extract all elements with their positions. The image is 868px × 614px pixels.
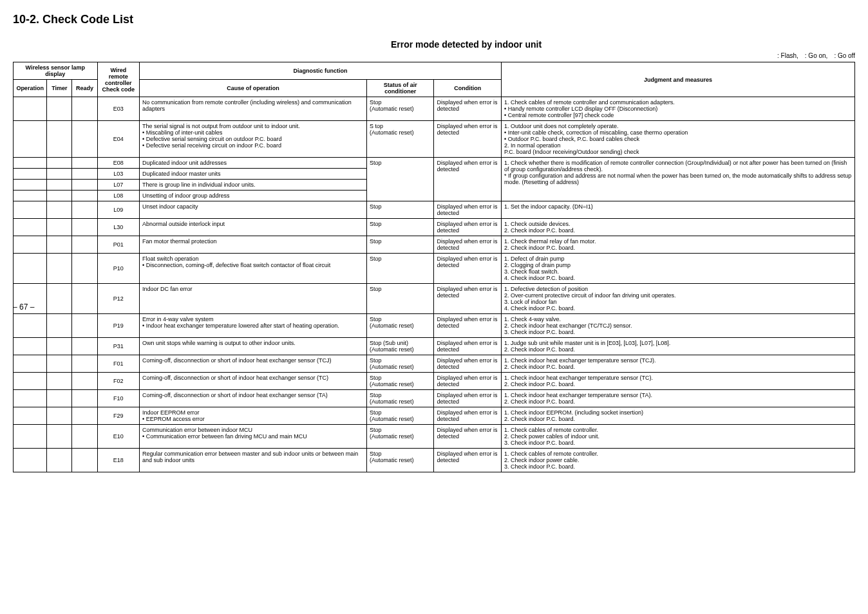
sensor-cell (14, 254, 47, 284)
sensor-cell (72, 425, 97, 449)
header-diagnostic: Diagnostic function (140, 62, 502, 80)
check-code-cell: F01 (97, 355, 139, 373)
cause-cell: Coming-off, disconnection or short of in… (140, 373, 367, 390)
cause-cell: Duplicated indoor unit addresses (140, 158, 367, 169)
condition-cell: Displayed when error is detected (434, 373, 502, 390)
sensor-cell (47, 219, 72, 236)
condition-cell: Displayed when error is detected (434, 390, 502, 407)
cause-cell: Indoor DC fan error (140, 284, 367, 314)
table-row: L30Abnormal outside interlock inputStopD… (14, 219, 855, 236)
section-number: 10-2. (13, 13, 39, 26)
header-wired-remote: Wired remote controller Check code (97, 62, 139, 97)
sensor-cell (47, 158, 72, 169)
condition-cell: Displayed when error is detected (434, 236, 502, 254)
cause-cell: Float switch operation • Disconnection, … (140, 254, 367, 284)
check-code-cell: L03 (97, 169, 139, 180)
sensor-cell (47, 201, 72, 219)
sensor-cell (47, 390, 72, 407)
status-cell: Stop (Automatic reset) (366, 407, 434, 425)
table-row: F01Coming-off, disconnection or short of… (14, 355, 855, 373)
condition-cell: Displayed when error is detected (434, 97, 502, 121)
judgment-cell: 1. Check indoor heat exchanger temperatu… (502, 355, 855, 373)
judgment-cell: 1. Check cables of remote controller. 2.… (502, 449, 855, 472)
sensor-cell (72, 254, 97, 284)
table-row: F29Indoor EEPROM error • EEPROM access e… (14, 407, 855, 425)
header-wired-remote-line1: Wired remote controller (105, 67, 132, 86)
check-code-cell: F02 (97, 373, 139, 390)
check-code-cell: L07 (97, 180, 139, 191)
check-code-cell: P01 (97, 236, 139, 254)
check-code-cell: F10 (97, 390, 139, 407)
cause-cell: Coming-off, disconnection or short of in… (140, 355, 367, 373)
cause-cell: Duplicated indoor master units (140, 169, 367, 180)
judgment-cell: 1. Defective detection of position 2. Ov… (502, 284, 855, 314)
sensor-cell (72, 158, 97, 169)
judgment-cell: 1. Outdoor unit does not completely oper… (502, 121, 855, 158)
sensor-cell (14, 390, 47, 407)
section-heading: 10-2. Check Code List (13, 13, 855, 26)
sensor-cell (14, 121, 47, 158)
check-code-cell: E04 (97, 121, 139, 158)
judgment-cell: 1. Check indoor heat exchanger temperatu… (502, 390, 855, 407)
condition-cell: Displayed when error is detected (434, 121, 502, 158)
judgment-cell: 1. Check thermal relay of fan motor. 2. … (502, 236, 855, 254)
header-check-code: Check code (102, 86, 135, 93)
table-row: F02Coming-off, disconnection or short of… (14, 373, 855, 390)
judgment-cell: 1. Check 4-way valve. 2. Check indoor he… (502, 314, 855, 338)
check-code-cell: L30 (97, 219, 139, 236)
sensor-cell (14, 355, 47, 373)
sensor-cell (14, 180, 47, 191)
judgment-cell: 1. Check indoor heat exchanger temperatu… (502, 373, 855, 390)
status-cell: Stop (Sub unit) (Automatic reset) (366, 338, 434, 355)
sensor-cell (47, 407, 72, 425)
sensor-cell (14, 425, 47, 449)
sensor-cell (72, 201, 97, 219)
status-cell: Stop (Automatic reset) (366, 390, 434, 407)
condition-cell: Displayed when error is detected (434, 355, 502, 373)
sensor-cell (47, 254, 72, 284)
sensor-cell (14, 219, 47, 236)
cause-cell: Unsetting of indoor group address (140, 191, 367, 201)
header-judgment: Judgment and measures (502, 62, 855, 97)
judgment-cell: 1. Check cables of remote controller and… (502, 97, 855, 121)
table-row: P31Own unit stops while warning is outpu… (14, 338, 855, 355)
header-status: Status of air conditioner (366, 80, 434, 97)
sensor-cell (72, 284, 97, 314)
cause-cell: Coming-off, disconnection or short of in… (140, 390, 367, 407)
header-cause: Cause of operation (140, 80, 367, 97)
cause-cell: Regular communication error between mast… (140, 449, 367, 472)
sensor-cell (72, 236, 97, 254)
status-cell: Stop (366, 201, 434, 219)
sensor-cell (72, 449, 97, 472)
table-row: E03No communication from remote controll… (14, 97, 855, 121)
sensor-cell (72, 390, 97, 407)
judgment-cell: 1. Check outside devices. 2. Check indoo… (502, 219, 855, 236)
sensor-cell (47, 169, 72, 180)
sensor-cell (47, 425, 72, 449)
section-title-text: Check Code List (42, 13, 133, 26)
check-code-table: Wireless sensor lamp display Wired remot… (13, 62, 855, 472)
header-ready: Ready (72, 80, 97, 97)
check-code-cell: L09 (97, 201, 139, 219)
table-row: P19Error in 4-way valve system • Indoor … (14, 314, 855, 338)
sensor-cell (47, 355, 72, 373)
status-cell: S top (Automatic reset) (366, 121, 434, 158)
check-code-cell: P10 (97, 254, 139, 284)
cause-cell: Unset indoor capacity (140, 201, 367, 219)
cause-cell: Abnormal outside interlock input (140, 219, 367, 236)
sensor-cell (72, 373, 97, 390)
cause-cell: There is group line in individual indoor… (140, 180, 367, 191)
table-row: E10Communication error between indoor MC… (14, 425, 855, 449)
cause-cell: Indoor EEPROM error • EEPROM access erro… (140, 407, 367, 425)
sensor-cell (47, 284, 72, 314)
cause-cell: Communication error between indoor MCU •… (140, 425, 367, 449)
sensor-cell (72, 219, 97, 236)
condition-cell: Displayed when error is detected (434, 201, 502, 219)
check-code-cell: E10 (97, 425, 139, 449)
status-cell: Stop (Automatic reset) (366, 373, 434, 390)
page-number: – 67 – (13, 302, 34, 312)
table-row: E08Duplicated indoor unit addressesStopD… (14, 158, 855, 169)
sensor-cell (47, 121, 72, 158)
sensor-cell (47, 191, 72, 201)
sensor-cell (14, 449, 47, 472)
